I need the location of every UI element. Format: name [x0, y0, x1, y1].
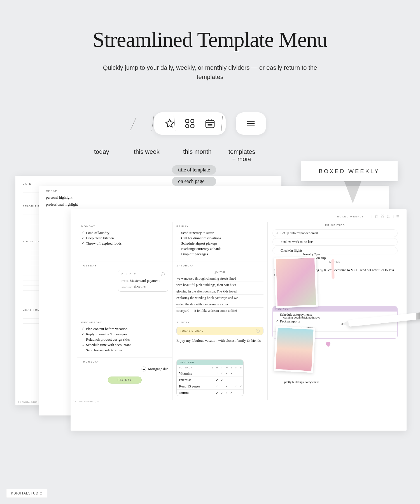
- pill-each-page: on each page: [172, 177, 216, 186]
- sunday-title: SUNDAY: [176, 321, 263, 324]
- photo2-caption: pretty buildings everywhere: [275, 380, 328, 384]
- goal-card: TODAY'S GOAL✓: [176, 327, 263, 335]
- sticky-tab: [331, 259, 334, 279]
- priority-item[interactable]: ✓Set up auto responder email: [272, 229, 398, 237]
- svg-rect-17: [387, 215, 390, 218]
- tuesday-block: TUESDAY BILL DUE✓ ITEM: Mastercard payme…: [77, 261, 172, 318]
- bill-amount-label: AMOUNT:: [122, 286, 134, 289]
- hero-title: Streamlined Template Menu: [0, 27, 420, 52]
- task-item[interactable]: Exchange currency at bank: [176, 247, 263, 251]
- tracker-block: TRACKER TO TRACKSMTWTFSVitamins✓✓✓✓Exerc…: [172, 357, 268, 400]
- title-pills: title of template on each page: [172, 165, 216, 186]
- menu-main-pill: [154, 112, 226, 135]
- tracker-row[interactable]: Vitamins✓✓✓✓: [177, 370, 243, 377]
- photo-column: walking down brick pathways pretty build…: [275, 257, 328, 384]
- mini-calendar-icon[interactable]: [387, 214, 391, 219]
- svg-rect-1: [191, 119, 194, 123]
- task-item[interactable]: ✓Deep clean kitchen: [81, 236, 168, 240]
- arrow-shadow: [336, 179, 370, 205]
- mini-hamburger-icon[interactable]: [396, 214, 400, 219]
- wednesday-block: WEDNESDAY ✓Plan content before vacation✓…: [77, 318, 172, 357]
- saturday-title: SATURDAY: [176, 264, 263, 267]
- mortgage-text: Mortgage due: [148, 367, 168, 371]
- bill-item: Mastercard payment: [130, 278, 159, 283]
- task-item[interactable]: →Schedule time with accountant: [81, 343, 168, 347]
- goal-label: TODAY'S GOAL: [180, 329, 203, 332]
- svg-rect-2: [186, 124, 189, 128]
- task-item[interactable]: Schedule airport pickups: [176, 241, 263, 246]
- goal-check[interactable]: ✓: [256, 329, 260, 333]
- mini-star-icon[interactable]: [374, 214, 378, 219]
- tracker-label: TRACKER: [177, 360, 243, 365]
- task-item[interactable]: Send house code to sitter: [81, 348, 168, 352]
- thursday-block: THURSDAY ☁Mortgage due PAY DAY: [77, 357, 172, 400]
- tracker-row[interactable]: Journal✓✓✓✓: [177, 390, 243, 396]
- priority-item[interactable]: Check-in flights: [272, 247, 398, 254]
- mini-modules-icon[interactable]: [381, 214, 384, 219]
- journal-line: with beautiful pink buildings, their sof…: [176, 282, 263, 288]
- monday-block: MONDAY ✓Load of laundry✓Deep clean kitch…: [77, 222, 172, 261]
- recap-personal: personal highlight: [46, 194, 381, 201]
- page3-title: BOXED WEEKLY: [333, 214, 368, 219]
- leave-time: leave by 2pm: [297, 252, 326, 256]
- svg-rect-0: [186, 119, 189, 123]
- priority-item[interactable]: Finalize work to-do lists: [272, 238, 398, 246]
- template-stack: DATE PRIORITIES TO-DO LIST GRATITUDE © K…: [0, 176, 420, 433]
- sunday-block: SUNDAY TODAY'S GOAL✓ Enjoy my fabulous v…: [172, 318, 268, 357]
- hamburger-icon[interactable]: [245, 117, 257, 130]
- label-today: today: [94, 148, 109, 155]
- photo1-caption: walking down brick pathways: [275, 316, 328, 319]
- payday-badge: PAY DAY: [108, 377, 142, 384]
- tracker-row[interactable]: Exercise✓✓: [177, 377, 243, 383]
- calendar-icon[interactable]: [204, 117, 216, 130]
- label-this-month: this month: [183, 148, 212, 155]
- task-item[interactable]: Drop off packages: [176, 252, 263, 256]
- task-item[interactable]: ✓Plan content before vacation: [81, 327, 168, 331]
- friday-title: FRIDAY: [176, 225, 263, 228]
- journal-line: we wandered through charming streets lin…: [176, 275, 263, 282]
- mortgage-tag: ☁Mortgage due: [141, 366, 168, 371]
- task-item[interactable]: ✓Throw off expired foods: [81, 241, 168, 246]
- priorities-label: PRIORITIES: [272, 224, 398, 227]
- menu-row: [0, 112, 420, 135]
- mini-toolbar: |: [374, 214, 400, 219]
- task-item[interactable]: ✓Reply to emails & messages: [81, 332, 168, 336]
- bill-check[interactable]: ✓: [161, 272, 165, 276]
- bill-card: BILL DUE✓ ITEM: Mastercard payment AMOUN…: [118, 270, 168, 292]
- svg-rect-13: [381, 215, 382, 216]
- saturday-block: SATURDAY journal we wandered through cha…: [172, 261, 268, 318]
- recap-professional: professional highlight: [46, 201, 381, 208]
- bill-amount: $245.56: [134, 285, 146, 289]
- hero-subtitle: Quickly jump to your daily, weekly, or m…: [95, 63, 325, 82]
- svg-rect-16: [383, 217, 384, 218]
- tracker-row[interactable]: Read 15 pages✓✓✓✓: [177, 383, 243, 390]
- kds-copyright-3: © KDIGITALSTUDIO, LLC: [73, 401, 102, 403]
- journal-line: glowing in the afternoon sun. The kids l…: [176, 288, 263, 295]
- photo-1: [274, 256, 318, 308]
- task-item[interactable]: Call for dinner reservations: [176, 236, 263, 240]
- wednesday-title: WEDNESDAY: [81, 321, 168, 324]
- journal-line: exploring the winding brick pathways and…: [176, 295, 263, 301]
- goal-text: Enjoy my fabulous vacation with closest …: [176, 338, 263, 344]
- recap-label: RECAP: [46, 186, 381, 194]
- svg-rect-3: [191, 124, 194, 128]
- footer-badge: KDIGITALSTUDIO: [6, 489, 47, 498]
- heart-sticker: [325, 341, 332, 348]
- task-item[interactable]: Send itinerary to sitter: [176, 231, 263, 235]
- modules-icon[interactable]: [184, 117, 196, 130]
- svg-rect-14: [383, 215, 384, 216]
- boxed-weekly-callout: BOXED WEEKLY: [301, 161, 398, 181]
- menu-hamburger-pill: [236, 112, 266, 135]
- label-templates: templates + more: [228, 148, 255, 163]
- journal-line: courtyard — it felt like a dream come to…: [176, 308, 263, 314]
- cloud-icon: ☁: [141, 366, 146, 371]
- svg-rect-15: [381, 217, 382, 218]
- tuesday-title: TUESDAY: [81, 264, 168, 267]
- task-item[interactable]: Relaunch product design skits: [81, 337, 168, 342]
- photo-2: [274, 326, 315, 373]
- bill-item-label: ITEM:: [122, 280, 129, 282]
- label-this-week: this week: [134, 148, 160, 155]
- task-item[interactable]: ✓Load of laundry: [81, 231, 168, 235]
- journal-line: ended the day with ice cream in a cozy: [176, 301, 263, 308]
- thursday-title: THURSDAY: [81, 360, 168, 363]
